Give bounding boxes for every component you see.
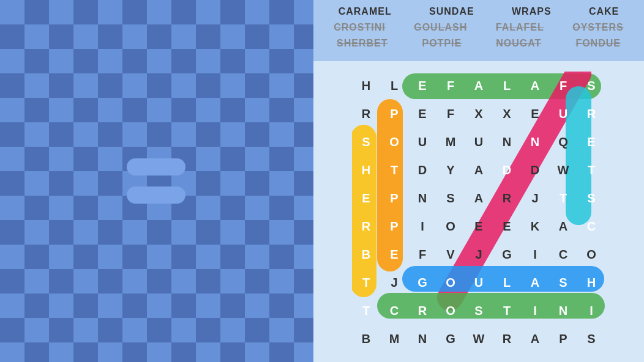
grid-cell[interactable]: X: [465, 100, 493, 128]
word-row-1: CARAMEL SUNDAE WRAPS CAKE: [320, 5, 638, 18]
grid-cell[interactable]: M: [436, 128, 465, 156]
grid-cell[interactable]: J: [521, 184, 549, 212]
grid-cell[interactable]: G: [436, 325, 465, 353]
grid-cell[interactable]: E: [380, 240, 408, 268]
grid-cell[interactable]: J: [465, 240, 493, 268]
grid-cell[interactable]: E: [577, 128, 605, 156]
grid-cell[interactable]: A: [465, 72, 493, 100]
grid-cell[interactable]: P: [380, 184, 408, 212]
grid-cell[interactable]: C: [549, 240, 577, 268]
grid-cell[interactable]: E: [408, 72, 436, 100]
grid-cell[interactable]: F: [549, 72, 577, 100]
grid-cell[interactable]: S: [436, 184, 465, 212]
grid-cell[interactable]: O: [436, 212, 465, 240]
grid-area[interactable]: HLEFALAFSRPEFXXEURSOUMUNNQEHTDYADDWTEPNS…: [313, 61, 644, 362]
grid-cell[interactable]: R: [408, 297, 436, 325]
grid-cell[interactable]: N: [521, 128, 549, 156]
grid-cell[interactable]: S: [577, 325, 605, 353]
grid-cell[interactable]: T: [352, 297, 380, 325]
grid-cell[interactable]: U: [549, 100, 577, 128]
grid-cell[interactable]: F: [436, 100, 465, 128]
grid-cell[interactable]: R: [577, 100, 605, 128]
grid-cell[interactable]: S: [577, 184, 605, 212]
grid-cell[interactable]: O: [436, 297, 465, 325]
grid-cell[interactable]: D: [521, 156, 549, 184]
grid-cell[interactable]: N: [408, 325, 436, 353]
grid-cell[interactable]: T: [352, 268, 380, 297]
grid-cell[interactable]: O: [380, 128, 408, 156]
grid-cell[interactable]: I: [408, 212, 436, 240]
grid-cell[interactable]: A: [465, 184, 493, 212]
grid-cell[interactable]: T: [493, 297, 521, 325]
grid-cell[interactable]: G: [408, 268, 436, 297]
grid-cell[interactable]: A: [465, 156, 493, 184]
grid-cell[interactable]: D: [493, 156, 521, 184]
grid-cell[interactable]: I: [521, 297, 549, 325]
word-goulash: GOULASH: [410, 21, 471, 34]
grid-cell[interactable]: B: [352, 325, 380, 353]
left-panel: [0, 0, 312, 362]
word-sherbet: SHERBET: [333, 37, 391, 50]
grid-cell[interactable]: H: [577, 268, 605, 297]
grid-cell[interactable]: O: [577, 240, 605, 268]
grid-cell[interactable]: H: [352, 72, 380, 100]
grid-cell[interactable]: A: [549, 212, 577, 240]
grid-cell[interactable]: T: [380, 156, 408, 184]
grid-cell[interactable]: N: [549, 297, 577, 325]
grid-cell[interactable]: A: [521, 325, 549, 353]
grid-cell[interactable]: S: [577, 72, 605, 100]
grid-cell[interactable]: V: [436, 240, 465, 268]
grid-cell[interactable]: U: [465, 268, 493, 297]
grid-cell[interactable]: P: [549, 325, 577, 353]
grid-cell[interactable]: M: [380, 325, 408, 353]
grid-cell[interactable]: A: [521, 72, 549, 100]
grid-cell[interactable]: F: [408, 240, 436, 268]
grid-cell[interactable]: O: [436, 268, 465, 297]
grid-cell[interactable]: S: [352, 128, 380, 156]
grid-cell[interactable]: I: [521, 240, 549, 268]
grid-cell[interactable]: B: [352, 240, 380, 268]
grid-cell[interactable]: I: [577, 297, 605, 325]
grid-cell[interactable]: N: [493, 128, 521, 156]
grid-cell[interactable]: E: [352, 184, 380, 212]
grid-cell[interactable]: U: [408, 128, 436, 156]
grid-cell[interactable]: U: [465, 128, 493, 156]
grid-cell[interactable]: R: [493, 325, 521, 353]
grid-cell[interactable]: E: [408, 100, 436, 128]
grid-cell[interactable]: T: [577, 156, 605, 184]
grid-cell[interactable]: K: [521, 212, 549, 240]
grid-cell[interactable]: F: [436, 72, 465, 100]
grid-cell[interactable]: Y: [436, 156, 465, 184]
grid-cell[interactable]: N: [408, 184, 436, 212]
grid-cell[interactable]: D: [408, 156, 436, 184]
grid-cell[interactable]: R: [352, 212, 380, 240]
grid-cell[interactable]: H: [352, 156, 380, 184]
grid-cell[interactable]: W: [549, 156, 577, 184]
grid-cell[interactable]: R: [493, 184, 521, 212]
grid-cell[interactable]: C: [577, 212, 605, 240]
grid-cell[interactable]: L: [380, 72, 408, 100]
grid-cell[interactable]: E: [465, 212, 493, 240]
grid-cell[interactable]: C: [380, 297, 408, 325]
grid-cell[interactable]: G: [493, 240, 521, 268]
grid-cell[interactable]: T: [549, 184, 577, 212]
grid-cell[interactable]: E: [493, 212, 521, 240]
word-fondue: FONDUE: [572, 37, 624, 50]
grid-container[interactable]: HLEFALAFSRPEFXXEURSOUMUNNQEHTDYADDWTEPNS…: [352, 72, 605, 353]
grid-cell[interactable]: S: [465, 297, 493, 325]
word-list-header: CARAMEL SUNDAE WRAPS CAKE CROSTINI GOULA…: [313, 0, 644, 61]
grid-cell[interactable]: E: [521, 100, 549, 128]
grid-cell[interactable]: X: [493, 100, 521, 128]
grid-cell[interactable]: P: [380, 100, 408, 128]
grid-cell[interactable]: L: [493, 72, 521, 100]
grid-cell[interactable]: S: [549, 268, 577, 297]
grid-cell[interactable]: J: [380, 268, 408, 297]
grid-cell[interactable]: W: [465, 325, 493, 353]
word-grid[interactable]: HLEFALAFSRPEFXXEURSOUMUNNQEHTDYADDWTEPNS…: [352, 72, 605, 353]
grid-cell[interactable]: R: [352, 100, 380, 128]
grid-cell[interactable]: P: [380, 212, 408, 240]
word-crostini: CROSTINI: [330, 21, 389, 34]
grid-cell[interactable]: Q: [549, 128, 577, 156]
grid-cell[interactable]: A: [521, 268, 549, 297]
grid-cell[interactable]: L: [493, 268, 521, 297]
